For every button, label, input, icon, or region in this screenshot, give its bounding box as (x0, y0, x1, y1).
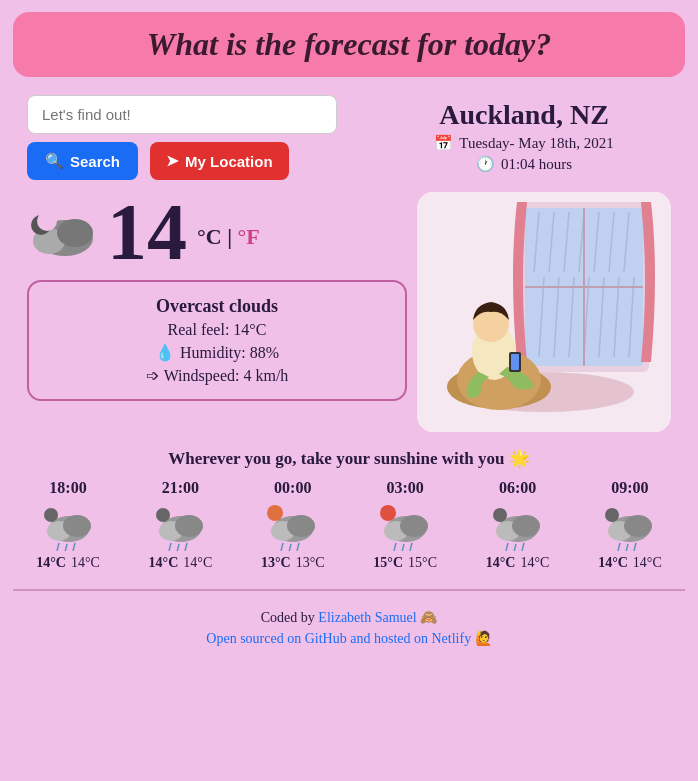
hour-time: 21:00 (162, 479, 199, 497)
hour-weather-icon (490, 501, 545, 551)
date-text: Tuesday- May 18th, 2021 (459, 135, 613, 152)
svg-line-58 (410, 543, 412, 551)
hour-temp-main: 13°C (261, 555, 291, 571)
svg-line-37 (73, 543, 75, 551)
hour-time: 18:00 (49, 479, 86, 497)
hour-weather-icon (378, 501, 433, 551)
hour-time: 03:00 (387, 479, 424, 497)
weather-left-panel: 14 °C | °F Overcast clouds Real feel: 14… (27, 192, 407, 432)
search-icon: 🔍 (45, 152, 64, 170)
footer-divider (13, 589, 685, 591)
calendar-icon: 📅 (434, 134, 453, 152)
hour-time: 00:00 (274, 479, 311, 497)
hour-temp-feel: 14°C (183, 555, 212, 571)
svg-line-70 (618, 543, 620, 551)
hour-temp-feel: 14°C (520, 555, 549, 571)
search-label: Search (70, 153, 120, 170)
city-info-panel: Auckland, NZ 📅 Tuesday- May 18th, 2021 🕐… (363, 95, 685, 173)
temperature-units: °C | °F (197, 214, 260, 250)
svg-line-50 (289, 544, 291, 551)
svg-line-63 (506, 543, 508, 551)
author-name: Elizabeth Samuel 🙈 (318, 610, 437, 625)
hour-item: 21:00 14°C 14 (135, 479, 225, 571)
hour-temp-main: 15°C (373, 555, 403, 571)
hour-temps: 14°C 14°C (36, 555, 100, 571)
temperature-row: 14 °C | °F (27, 192, 407, 272)
footer-line2: Open sourced on GitHub and hosted on Net… (206, 630, 491, 647)
author-link[interactable]: Elizabeth Samuel 🙈 (318, 610, 437, 625)
svg-point-55 (380, 505, 396, 521)
location-label: My Location (185, 153, 273, 170)
hour-temp-feel: 14°C (633, 555, 662, 571)
hourly-forecast: 18:00 14°C 14 (13, 479, 685, 585)
svg-line-51 (297, 543, 299, 551)
hour-item: 09:00 14°C 14 (585, 479, 675, 571)
windspeed-text: Windspeed: 4 km/h (164, 367, 289, 385)
svg-point-69 (605, 508, 619, 522)
hour-temp-feel: 14°C (71, 555, 100, 571)
water-drop-icon: 💧 (155, 343, 175, 362)
search-city-row: 🔍 Search ➤ My Location Auckland, NZ 📅 Tu… (13, 87, 685, 186)
svg-line-71 (626, 544, 628, 551)
hour-time: 06:00 (499, 479, 536, 497)
svg-point-2 (57, 219, 93, 247)
wind-icon: ➩ (146, 366, 159, 385)
hour-temps: 14°C 14°C (149, 555, 213, 571)
svg-point-47 (287, 515, 315, 537)
svg-point-48 (267, 505, 283, 521)
svg-point-41 (156, 508, 170, 522)
svg-line-36 (65, 544, 67, 551)
search-input[interactable] (27, 95, 337, 134)
svg-point-68 (624, 515, 652, 537)
svg-point-62 (493, 508, 507, 522)
netlify-text: hosted on Netlify (374, 631, 471, 646)
header-title: What is the forecast for today? (23, 26, 675, 63)
hour-weather-icon (602, 501, 657, 551)
github-text: Open sourced on GitHub (206, 631, 346, 646)
svg-line-72 (634, 543, 636, 551)
svg-point-34 (44, 508, 58, 522)
weather-condition: Overcast clouds (49, 296, 385, 317)
svg-point-54 (400, 515, 428, 537)
location-arrow-icon: ➤ (166, 152, 179, 170)
hour-weather-icon (265, 501, 320, 551)
svg-rect-30 (511, 354, 519, 370)
temperature-value: 14 (107, 192, 187, 272)
hour-time: 09:00 (611, 479, 648, 497)
svg-line-43 (177, 544, 179, 551)
hour-weather-icon (153, 501, 208, 551)
hour-item: 00:00 13°C 13 (248, 479, 338, 571)
search-panel: 🔍 Search ➤ My Location (13, 95, 363, 180)
hour-item: 18:00 14°C 14 (23, 479, 113, 571)
real-feel-text: Real feel: 14°C (168, 321, 267, 339)
svg-line-56 (394, 543, 396, 551)
svg-line-49 (281, 543, 283, 551)
humidity-row: 💧 Humidity: 88% (49, 343, 385, 362)
netlify-link[interactable]: hosted on Netlify (374, 631, 471, 646)
date-row: 📅 Tuesday- May 18th, 2021 (434, 134, 613, 152)
search-button[interactable]: 🔍 Search (27, 142, 138, 180)
and-text: and (347, 631, 374, 646)
hour-temp-main: 14°C (486, 555, 516, 571)
svg-line-44 (185, 543, 187, 551)
hour-temp-feel: 15°C (408, 555, 437, 571)
hourly-grid: 18:00 14°C 14 (23, 479, 675, 571)
location-button[interactable]: ➤ My Location (150, 142, 289, 180)
hour-temp-feel: 13°C (296, 555, 325, 571)
svg-point-33 (63, 515, 91, 537)
motivation-text: Wherever you go, take your sunshine with… (168, 448, 530, 469)
hour-temps: 14°C 14°C (598, 555, 662, 571)
button-row: 🔍 Search ➤ My Location (27, 142, 363, 180)
svg-point-4 (37, 211, 57, 231)
main-weather-row: 14 °C | °F Overcast clouds Real feel: 14… (13, 186, 685, 442)
svg-line-64 (514, 544, 516, 551)
footer-emoji: 🙋 (471, 631, 492, 646)
cloud-icon (27, 203, 97, 262)
time-row: 🕐 01:04 hours (476, 155, 572, 173)
humidity-text: Humidity: 88% (180, 344, 279, 362)
hour-temps: 13°C 13°C (261, 555, 325, 571)
svg-line-42 (169, 543, 171, 551)
hour-temps: 14°C 14°C (486, 555, 550, 571)
github-link[interactable]: Open sourced on GitHub (206, 631, 346, 646)
hour-temp-main: 14°C (598, 555, 628, 571)
